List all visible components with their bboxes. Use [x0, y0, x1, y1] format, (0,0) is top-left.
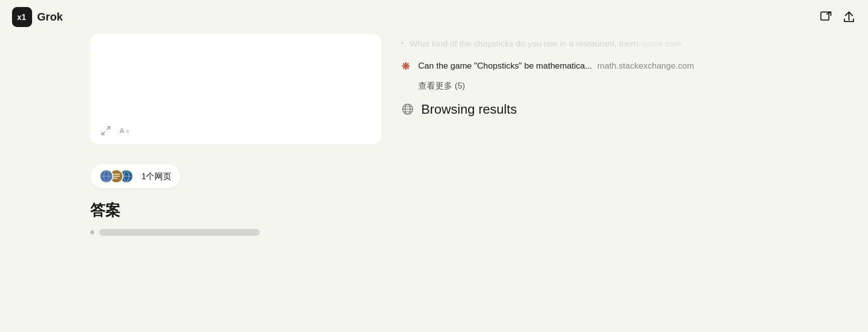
browsing-results-row: Browsing results [401, 98, 848, 121]
faded-bullet: • [401, 39, 404, 47]
left-panel-tools: A ≡ [100, 125, 132, 136]
browsing-results-text: Browsing results [421, 102, 517, 117]
bottom-section: 1个网页 答案 [0, 154, 868, 236]
svg-rect-16 [113, 176, 120, 177]
svg-text:≡: ≡ [126, 128, 129, 134]
right-panel: • What kind of the chopsticks do you use… [381, 34, 868, 144]
edit-icon [819, 10, 833, 24]
header-right [819, 10, 856, 24]
web-pages-badge[interactable]: 1个网页 [90, 164, 181, 188]
result-source: math.stackexchange.com [597, 61, 694, 71]
svg-text:A: A [119, 127, 124, 135]
edit-button[interactable] [819, 10, 833, 24]
avatar-group [99, 169, 133, 183]
main-result-item[interactable]: ❋ Can the game "Chopsticks" be mathemati… [401, 58, 848, 74]
answer-title: 答案 [90, 200, 868, 221]
answer-dot-1 [90, 230, 94, 234]
share-button[interactable] [842, 10, 856, 24]
answer-line-1 [90, 229, 868, 236]
left-panel: A ≡ [90, 34, 381, 144]
share-icon [842, 10, 856, 24]
svg-text:x1: x1 [17, 13, 26, 22]
main-result-text: Can the game "Chopsticks" be mathematica… [418, 60, 694, 72]
header-left: x1 Grok [12, 7, 63, 27]
answer-bar-1 [99, 229, 260, 236]
badge-text: 1个网页 [141, 171, 171, 182]
svg-rect-17 [113, 178, 118, 179]
result-title: Can the game "Chopsticks" be mathematica… [418, 61, 592, 71]
svg-rect-15 [113, 174, 120, 175]
logo-text: Grok [37, 11, 63, 24]
globe-icon [401, 103, 414, 116]
see-more-link[interactable]: 查看更多 (5) [418, 80, 848, 92]
text-size-icon[interactable]: A ≡ [119, 125, 132, 136]
answer-section: 答案 [90, 200, 868, 236]
faded-result-item: • What kind of the chopsticks do you use… [401, 36, 848, 52]
header: x1 Grok [0, 0, 868, 34]
main-content: A ≡ • What kind of the chopsticks do you… [0, 34, 868, 154]
faded-result-text: What kind of the chopsticks do you use i… [410, 38, 681, 50]
stackexchange-icon: ❋ [401, 61, 412, 72]
avatar-1 [99, 169, 113, 183]
svg-text:❋: ❋ [402, 61, 410, 72]
see-more-text: 查看更多 (5) [418, 81, 465, 91]
logo-icon: x1 [12, 7, 32, 27]
expand-icon[interactable] [100, 125, 111, 136]
